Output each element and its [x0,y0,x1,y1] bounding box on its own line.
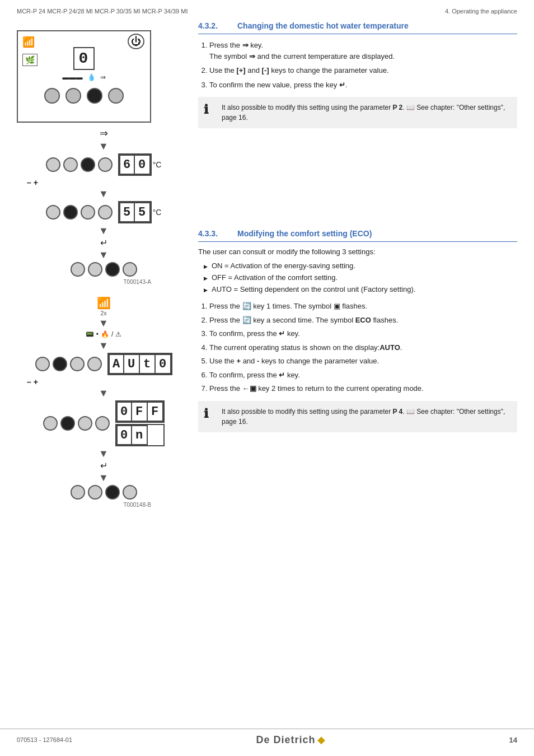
steps-433: Press the 🔄 key 1 times. The symbol ▣ fl… [198,301,517,394]
dhw-sym: ⇒ [100,73,106,81]
fc2 [88,262,102,277]
step-circles-1 [46,157,113,172]
page-header: MCR-P 24 MCR-P 24/28 MI MCR-P 30/35 MI M… [0,0,534,19]
brand-diamond-icon: ◆ [317,734,325,745]
c7 [81,205,95,220]
arrow7: ▼ [17,388,190,398]
display-60c: 6 0 °C [118,153,162,176]
ff1 [71,485,85,500]
seg-O3: 0 [116,402,132,422]
section-433-header: 4.3.3. Modifying the comfort setting (EC… [198,229,517,242]
text-column: 4.3.2. Changing the domestic hot water t… [190,21,517,508]
section-433-intro: The user can consult or modify the follo… [198,248,517,256]
seg-F2: F [148,402,163,422]
step-433-1: Press the 🔄 key 1 times. The symbol ▣ fl… [209,301,517,312]
arrow1: ▼ [17,141,190,151]
enter-sym-row: ↵ [17,237,190,248]
small-icons-row: ▬▬▬ 💧 ⇒ [18,73,150,81]
display-off: 0 F F [115,400,165,423]
btn3-dark[interactable] [87,88,102,104]
section-433-bullets: ON = Activation of the energy-saving set… [204,260,517,295]
auto-circles [35,357,102,371]
c4 [98,157,113,172]
eco-icon: 🌿 [22,54,38,66]
seg-5b: 5 [135,202,151,222]
step-433-4: The current operating status is shown on… [209,342,517,353]
warn-sym: ⚠ [115,330,121,338]
ff4 [123,485,137,500]
ac1 [35,357,50,371]
section-433: 4.3.3. Modifying the comfort setting (EC… [198,229,517,432]
enter-sym-row2: ↵ [17,460,190,471]
eco-icons-row: 📟 • 🔥 / ⚠ [17,330,190,338]
btn2[interactable] [65,88,81,104]
deg-c-1: °C [153,160,162,169]
step-433-3: To confirm, press the ↵ key. [209,328,517,339]
fc1 [71,262,85,277]
step-60-row: 6 0 °C [17,153,190,176]
footer-code: 070513 - 127684-01 [17,736,72,743]
slash-sym: / [111,330,113,338]
step-432-1: Press the ⇒ key. The symbol ⇒ and the cu… [209,40,517,62]
info-icon-432: ℹ [204,102,216,117]
seg-F1: F [132,402,148,422]
arrow9: ▼ [17,473,190,483]
power-icon: ⏻ [128,36,144,48]
step-432-3: To confirm the new value, press the key … [209,80,517,91]
ac3 [70,357,85,371]
drop-icon: 💧 [87,73,96,81]
bullet-on: ON = Activation of the energy-saving set… [204,260,517,272]
btn4[interactable] [108,88,124,104]
oc4 [95,416,110,431]
bullet-auto: AUTO = Setting dependent on the control … [204,284,517,296]
wifi-icon: 📶 [22,36,38,48]
header-section-text: 4. Operating the appliance [445,8,517,15]
bar-icon: ▬▬▬ [63,73,83,81]
off-circles [43,416,110,431]
diagram-column: 📶 🌿 ⏻ 0 ▬▬▬ 💧 ⇒ [17,21,190,508]
arrow4: ▼ [17,250,190,260]
wifi-2x-block: 📶 2x [17,296,190,316]
arrow6: ▼ [17,340,190,351]
flame-sym: 🔥 [101,330,109,338]
step-55-row: 5 5 °C [17,201,190,223]
seg-n: n [132,425,148,445]
btn1[interactable] [44,88,60,104]
step-433-6: To confirm, press the ↵ key. [209,370,517,381]
auto-row: A U t 0 [17,353,190,375]
section-432-number: 4.3.2. [198,21,237,30]
section-432-title: Changing the domestic hot water temperat… [237,21,409,30]
display-auto: A U t 0 [107,353,172,375]
section-432-header: 4.3.2. Changing the domestic hot water t… [198,21,517,34]
c2 [63,157,78,172]
c3-dark [81,157,95,172]
info-text-433: It also possible to modify this setting … [222,407,512,427]
diagram1-label: T000143-A [17,279,151,285]
seg-U: U [124,354,140,374]
step-circles-2 [46,205,113,220]
seg-A: A [109,354,124,374]
pm-label2: – + [27,377,190,386]
fc3-dark [105,262,120,277]
display-char: 0 [79,50,90,67]
arrow5: ▼ [17,318,190,328]
c5 [46,205,60,220]
final-circles-row2 [17,485,190,500]
seg-T2: t [140,354,156,374]
plus-minus-label: – + [27,178,190,187]
ff3-dark [105,485,120,500]
dot-sym: • [96,330,99,338]
fc4 [123,262,137,277]
footer-page: 14 [509,736,517,744]
seg-O4: 0 [116,425,132,445]
label-2x: 2x [17,310,190,316]
step1-sym-display: ⇒ [17,127,190,139]
info-note-433: ℹ It also possible to modify this settin… [198,401,517,432]
c8 [98,205,113,220]
steps-432: Press the ⇒ key. The symbol ⇒ and the cu… [198,40,517,90]
appliance-diagram: 📶 🌿 ⏻ 0 ▬▬▬ 💧 ⇒ [17,30,151,123]
seg-0: 0 [135,155,151,175]
page-footer: 070513 - 127684-01 De Dietrich ◆ 14 [0,729,534,746]
oc1 [43,416,58,431]
bullet-off: OFF = Activation of the comfort setting. [204,272,517,284]
